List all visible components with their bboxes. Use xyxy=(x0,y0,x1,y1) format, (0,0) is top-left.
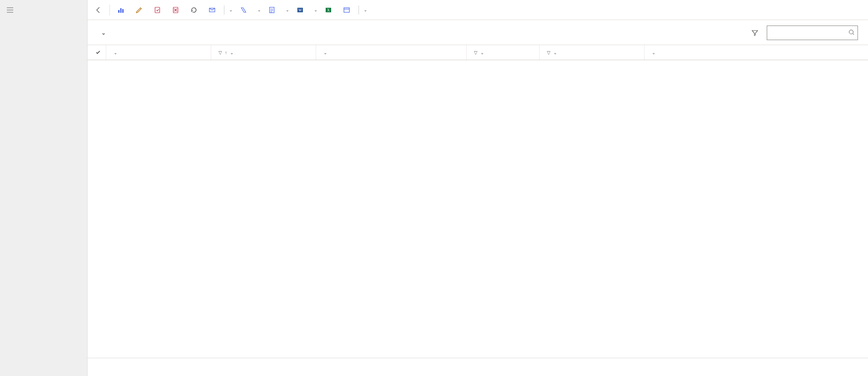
funnel-icon: ▽ xyxy=(218,50,222,55)
flow-icon xyxy=(240,6,247,14)
filter-button[interactable] xyxy=(748,26,761,39)
flow-chevron[interactable]: ⌄ xyxy=(255,7,264,12)
show-chart-button[interactable] xyxy=(114,3,131,17)
excel-icon: X xyxy=(325,6,332,14)
separator xyxy=(224,5,224,15)
create-view-icon xyxy=(343,6,350,14)
grid-header: ⌄ ▽ ↑ ⌄ ⌄ ▽ ⌄ xyxy=(88,45,868,60)
col-localized-text[interactable]: ⌄ xyxy=(644,45,868,60)
email-icon xyxy=(208,6,216,14)
run-report-chevron[interactable]: ⌄ xyxy=(283,7,292,12)
chevron-down-icon: ⌄ xyxy=(652,50,655,55)
svg-rect-3 xyxy=(155,7,160,13)
chevron-down-icon: ⌄ xyxy=(230,50,234,55)
chevron-down-icon: ⌄ xyxy=(323,50,327,55)
flow-button[interactable] xyxy=(236,3,254,17)
svg-rect-2 xyxy=(122,9,124,13)
main: ⌄ ⌄ ⌄ W ⌄ X xyxy=(88,0,868,376)
sidebar xyxy=(0,0,88,376)
back-button[interactable] xyxy=(91,3,106,17)
deactivate-button[interactable] xyxy=(168,3,186,17)
svg-rect-1 xyxy=(120,8,122,13)
deactivate-icon xyxy=(172,6,179,14)
svg-text:W: W xyxy=(298,8,302,12)
separator xyxy=(359,5,359,15)
create-view-button[interactable] xyxy=(339,3,357,17)
word-templates-button[interactable]: W xyxy=(293,3,310,17)
create-view-chevron[interactable]: ⌄ xyxy=(361,7,370,12)
grid: ⌄ ▽ ↑ ⌄ ⌄ ▽ ⌄ xyxy=(88,45,868,358)
email-link-button[interactable] xyxy=(205,3,222,17)
separator xyxy=(109,5,110,15)
search-input[interactable] xyxy=(770,30,848,36)
funnel-icon: ▽ xyxy=(547,50,551,55)
col-language[interactable]: ▽ ⌄ xyxy=(539,45,644,60)
chart-icon xyxy=(117,6,125,14)
chevron-down-icon: ⌄ xyxy=(553,50,557,55)
col-trigger[interactable]: ⌄ xyxy=(316,45,466,60)
command-bar: ⌄ ⌄ ⌄ W ⌄ X xyxy=(88,0,868,20)
sort-asc-icon: ↑ xyxy=(225,50,227,55)
word-icon: W xyxy=(296,6,304,14)
report-icon xyxy=(268,6,275,14)
hamburger-icon xyxy=(6,6,14,14)
edit-button[interactable] xyxy=(132,3,149,17)
search-box[interactable] xyxy=(767,26,858,40)
chevron-down-icon: ⌄ xyxy=(114,50,117,55)
activate-icon xyxy=(154,6,161,14)
chevron-down-icon: ⌄ xyxy=(480,50,484,55)
page-header: ⌄ xyxy=(88,20,868,45)
arrow-left-icon xyxy=(95,6,102,14)
word-templates-chevron[interactable]: ⌄ xyxy=(311,7,320,12)
search-icon xyxy=(848,29,855,37)
view-selector[interactable]: ⌄ xyxy=(98,30,106,36)
reset-icon xyxy=(190,6,198,14)
run-report-button[interactable] xyxy=(265,3,282,17)
svg-text:X: X xyxy=(327,8,330,12)
chevron-down-icon: ⌄ xyxy=(101,30,106,36)
export-selected-button[interactable]: X xyxy=(321,3,338,17)
col-status[interactable]: ⌄ xyxy=(106,45,211,60)
pencil-icon xyxy=(135,6,143,14)
svg-rect-0 xyxy=(118,10,120,13)
grid-body xyxy=(88,60,868,358)
funnel-icon xyxy=(751,29,759,36)
funnel-icon: ▽ xyxy=(474,50,478,55)
activate-button[interactable] xyxy=(150,3,167,17)
select-all-checkbox[interactable] xyxy=(90,50,106,55)
col-channel[interactable]: ▽ ↑ ⌄ xyxy=(211,45,316,60)
email-link-chevron[interactable]: ⌄ xyxy=(226,7,235,12)
reset-customization-button[interactable] xyxy=(187,3,204,17)
svg-rect-11 xyxy=(344,8,349,12)
alpha-bar xyxy=(88,358,868,376)
svg-point-12 xyxy=(849,30,853,34)
check-icon xyxy=(95,50,101,55)
col-recipient[interactable]: ▽ ⌄ xyxy=(466,45,539,60)
sidebar-hamburger[interactable] xyxy=(0,2,87,18)
